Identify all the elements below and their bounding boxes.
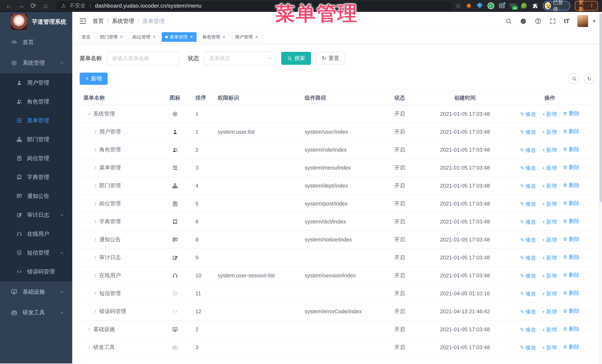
close-icon[interactable]: ✕ bbox=[255, 35, 258, 40]
sidebar-item-用户管理[interactable]: 用户管理 bbox=[0, 73, 72, 92]
breadcrumb-system[interactable]: 系统管理 bbox=[112, 17, 134, 25]
collapse-arrow-icon[interactable] bbox=[93, 130, 97, 134]
edit-link[interactable]: ✎修改 bbox=[520, 254, 536, 262]
close-icon[interactable]: ✕ bbox=[189, 35, 193, 40]
add-child-link[interactable]: +新增 bbox=[542, 236, 557, 244]
toggle-search-button[interactable] bbox=[569, 73, 580, 84]
collapse-arrow-icon[interactable] bbox=[93, 219, 97, 224]
delete-link[interactable]: 删除 bbox=[563, 182, 580, 189]
sidebar-item-首页[interactable]: 首页 bbox=[0, 32, 72, 52]
sidebar-item-部门管理[interactable]: 部门管理 bbox=[0, 130, 72, 149]
sidebar-logo[interactable]: 芋道管理系统 bbox=[0, 12, 72, 32]
delete-link[interactable]: 删除 bbox=[563, 200, 580, 207]
status-select[interactable]: 菜单状态 bbox=[204, 52, 276, 65]
add-child-link[interactable]: +新增 bbox=[542, 308, 557, 315]
add-child-link[interactable]: +新增 bbox=[542, 182, 557, 190]
sidebar-item-系统管理[interactable]: 系统管理 bbox=[0, 52, 72, 73]
address-bar[interactable]: ⚠ 不安全 | dashboard.yudao.iocoder.cn/syste… bbox=[55, 1, 452, 10]
sidebar-item-菜单管理[interactable]: 菜单管理 bbox=[0, 111, 72, 130]
add-child-link[interactable]: +新增 bbox=[542, 218, 557, 226]
sidebar-item-基础设施[interactable]: 基础设施 bbox=[0, 281, 72, 302]
delete-link[interactable]: 删除 bbox=[563, 343, 580, 351]
edit-link[interactable]: ✎修改 bbox=[520, 164, 536, 172]
breadcrumb-home[interactable]: 首页 bbox=[93, 17, 104, 25]
refresh-button[interactable]: ↻ bbox=[584, 73, 595, 84]
browser-menu-dots-icon[interactable]: ⋮ bbox=[589, 3, 594, 9]
sidebar-item-短信管理[interactable]: 短信管理 bbox=[0, 243, 72, 262]
delete-link[interactable]: 删除 bbox=[563, 307, 580, 315]
github-icon[interactable] bbox=[520, 18, 527, 25]
browser-forward-icon[interactable]: → bbox=[16, 2, 26, 10]
reset-button[interactable]: ↻重置 bbox=[316, 52, 345, 65]
bookmark-star-icon[interactable]: ☆ bbox=[455, 2, 461, 10]
scrollbar-thumb[interactable] bbox=[600, 13, 602, 202]
collapse-arrow-icon[interactable] bbox=[87, 327, 92, 332]
sidebar-item-在线用户[interactable]: 在线用户 bbox=[0, 224, 72, 243]
add-button[interactable]: +新增 bbox=[80, 73, 108, 85]
add-child-link[interactable]: +新增 bbox=[542, 146, 557, 154]
edit-link[interactable]: ✎修改 bbox=[520, 344, 536, 351]
edit-link[interactable]: ✎修改 bbox=[520, 218, 536, 226]
search-button[interactable]: 搜索 bbox=[281, 52, 311, 65]
browser-reload-icon[interactable]: ⟳ bbox=[29, 2, 38, 10]
extension-server-icon[interactable]: on bbox=[510, 2, 516, 10]
delete-link[interactable]: 删除 bbox=[563, 289, 580, 297]
edit-link[interactable]: ✎修改 bbox=[520, 146, 536, 154]
add-child-link[interactable]: +新增 bbox=[542, 272, 557, 280]
edit-link[interactable]: ✎修改 bbox=[520, 308, 536, 315]
sidebar-item-字典管理[interactable]: 字典管理 bbox=[0, 168, 72, 187]
delete-link[interactable]: 删除 bbox=[563, 325, 580, 333]
extension-orange-icon[interactable] bbox=[465, 2, 472, 10]
edit-link[interactable]: ✎修改 bbox=[520, 111, 536, 118]
close-icon[interactable]: ✕ bbox=[222, 35, 226, 40]
delete-link[interactable]: 删除 bbox=[563, 110, 580, 117]
add-child-link[interactable]: +新增 bbox=[542, 128, 557, 136]
add-child-link[interactable]: +新增 bbox=[542, 290, 557, 298]
collapse-arrow-icon[interactable] bbox=[93, 273, 97, 278]
collapse-arrow-icon[interactable] bbox=[93, 237, 97, 242]
menu-name-input[interactable] bbox=[107, 52, 179, 65]
fullscreen-icon[interactable] bbox=[549, 18, 556, 24]
add-child-link[interactable]: +新增 bbox=[542, 254, 557, 262]
collapse-arrow-icon[interactable] bbox=[93, 147, 97, 152]
sidebar-item-角色管理[interactable]: 角色管理 bbox=[0, 92, 72, 111]
edit-link[interactable]: ✎修改 bbox=[520, 272, 536, 280]
edit-link[interactable]: ✎修改 bbox=[520, 326, 536, 333]
sidebar-item-错误码管理[interactable]: 错误码管理 bbox=[0, 262, 72, 281]
add-child-link[interactable]: +新增 bbox=[542, 344, 557, 351]
hamburger-icon[interactable] bbox=[79, 17, 87, 25]
tab-用户管理[interactable]: 用户管理✕ bbox=[232, 32, 262, 42]
font-size-icon[interactable]: tT bbox=[564, 18, 570, 25]
collapse-arrow-icon[interactable] bbox=[93, 291, 97, 296]
edit-link[interactable]: ✎修改 bbox=[520, 182, 536, 190]
sidebar-item-岗位管理[interactable]: 岗位管理 bbox=[0, 149, 72, 168]
add-child-link[interactable]: +新增 bbox=[542, 326, 557, 333]
collapse-arrow-icon[interactable] bbox=[93, 166, 97, 170]
delete-link[interactable]: 删除 bbox=[563, 253, 580, 261]
browser-profile-badge[interactable]: 已暂停 bbox=[543, 1, 570, 10]
sidebar-item-审计日志[interactable]: 审计日志 bbox=[0, 206, 72, 224]
edit-link[interactable]: ✎修改 bbox=[520, 200, 536, 208]
add-child-link[interactable]: +新增 bbox=[542, 200, 557, 208]
extensions-puzzle-icon[interactable] bbox=[532, 2, 538, 10]
collapse-arrow-icon[interactable] bbox=[93, 309, 97, 314]
sidebar-item-通知公告[interactable]: 通知公告 bbox=[0, 187, 72, 206]
collapse-arrow-icon[interactable] bbox=[93, 184, 97, 188]
browser-home-icon[interactable]: ⌂ bbox=[41, 2, 50, 10]
tab-菜单管理[interactable]: 菜单管理✕ bbox=[162, 32, 196, 42]
delete-link[interactable]: 删除 bbox=[563, 218, 580, 225]
help-icon[interactable] bbox=[535, 18, 542, 25]
close-icon[interactable]: ✕ bbox=[152, 35, 156, 40]
delete-link[interactable]: 删除 bbox=[563, 271, 580, 279]
delete-link[interactable]: 删除 bbox=[563, 146, 580, 153]
extension-gem-icon[interactable] bbox=[476, 2, 483, 10]
tab-部门管理[interactable]: 部门管理✕ bbox=[96, 32, 127, 42]
delete-link[interactable]: 删除 bbox=[563, 164, 580, 171]
collapse-arrow-icon[interactable] bbox=[93, 201, 97, 206]
extension-check-icon[interactable]: ✓ bbox=[487, 2, 494, 10]
delete-link[interactable]: 删除 bbox=[563, 128, 580, 135]
close-icon[interactable]: ✕ bbox=[119, 35, 123, 40]
browser-back-icon[interactable]: ← bbox=[4, 2, 14, 10]
avatar-caret-down-icon[interactable]: ▾ bbox=[593, 18, 595, 24]
tab-岗位管理[interactable]: 岗位管理✕ bbox=[129, 32, 159, 42]
